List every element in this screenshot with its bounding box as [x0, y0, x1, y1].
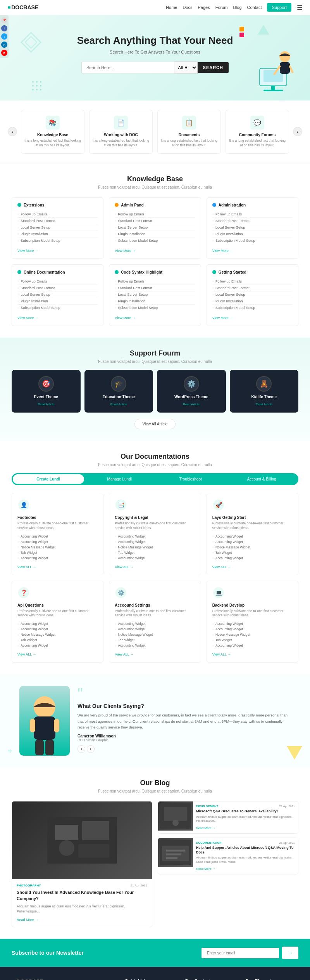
list-item: ○Notice Message Widget [17, 545, 98, 550]
kb-card-code: Code Syntax Highlight ○Follow up Emails … [109, 264, 201, 326]
blog-side-body-1: Development 21 Apr 2021 Microsoft Q&A Gr… [193, 801, 298, 833]
forum-card-wp-link[interactable]: Read Article [183, 402, 200, 406]
nav-contact[interactable]: Contact [247, 5, 262, 10]
list-item: ○Plugin Installation [212, 231, 293, 238]
kb-dot-green2 [17, 270, 21, 274]
docs-footnotes-view[interactable]: View ALL → [17, 565, 36, 569]
nav-support-button[interactable]: Support [267, 3, 291, 12]
feature-card-forum: 💬 Community Forums It is a long establis… [226, 110, 289, 154]
kb-admin2-view-more[interactable]: View More → [212, 249, 233, 253]
kb-section-header: Knowledge Base Fusce non volutpat arcu. … [12, 175, 298, 189]
hero-diamond-deco [19, 31, 43, 55]
account-icon: ⚙️ [115, 586, 195, 600]
kb-getting-view-more[interactable]: View More → [212, 316, 233, 320]
forum-card-kidlife-link[interactable]: Read Article [256, 402, 272, 406]
nav-hamburger-icon[interactable]: ☰ [297, 4, 302, 11]
nav-home[interactable]: Home [166, 5, 177, 10]
list-item: ○Notice Message Widget [17, 632, 98, 637]
hero-search-filter[interactable]: All ▼ [174, 61, 198, 74]
nav-pages[interactable]: Pages [198, 5, 210, 10]
blog-main-body: Photography 21 Apr 2021 Should You Inves… [12, 879, 152, 927]
docs-account-view[interactable]: View ALL → [115, 652, 134, 656]
blog-main-post: Photography 21 Apr 2021 Should You Inves… [12, 801, 152, 927]
nav-forum[interactable]: Forum [215, 5, 228, 10]
forum-card-event-link[interactable]: Read Article [38, 402, 54, 406]
newsletter-email-input[interactable] [202, 948, 279, 958]
forum-card-kidlife[interactable]: 🧸 Kidlife Theme Read Article [230, 370, 299, 413]
sidebar-yt-icon[interactable]: ▶ [1, 50, 7, 56]
blog-side-read-2[interactable]: Read More → [196, 867, 215, 871]
blog-section: Our Blog Fusce non volutpat arcu. Quisqu… [0, 767, 310, 939]
testimonial-dot-prev[interactable]: ‹ [78, 745, 85, 753]
forum-card-wordpress[interactable]: ⚙️ WordPress Theme Read Article [157, 370, 226, 413]
blog-side-title-1: Microsoft Q&A Graduates To General Avail… [196, 809, 295, 814]
newsletter-submit-button[interactable]: → [282, 947, 298, 959]
tab-manage-lundi[interactable]: Manage Lundi [84, 474, 155, 484]
newsletter-section: Subscribe to our Newsletter → [0, 939, 310, 967]
nav-logo[interactable]: ■ DOCBASE [8, 4, 38, 10]
kb-admin2-list: ○Follow up Emails ○Standard Post Format … [212, 211, 293, 244]
kidlife-theme-icon: 🧸 [256, 376, 272, 392]
docs-backend-view[interactable]: View ALL → [212, 652, 231, 656]
nav-blog[interactable]: Blog [233, 5, 242, 10]
blog-main-excerpt: Aliquam finibus augue ac diam euismod,ne… [17, 904, 147, 914]
docs-copyright-view[interactable]: View ALL → [115, 565, 134, 569]
svg-rect-47 [166, 857, 177, 859]
docs-section-subtitle: Fusce non volutpat arcu. Quisque ut est … [12, 463, 298, 467]
list-item: ○Accounting Widget [17, 621, 98, 626]
testimonial-quote: We are very proud of the service we prov… [78, 712, 291, 730]
kb-section-subtitle: Fusce non volutpat arcu. Quisque ut est … [12, 185, 298, 189]
backend-icon: 💻 [212, 586, 293, 600]
hero-search-input[interactable] [81, 62, 174, 73]
kb-online-list: ○Follow up Emails ○Standard Post Format … [17, 278, 98, 311]
sidebar-li-icon[interactable]: in [1, 42, 7, 48]
blog-side-read-1[interactable]: Read More → [196, 826, 215, 830]
view-all-button[interactable]: View All Article [134, 419, 176, 429]
sidebar-fb-icon[interactable]: f [1, 25, 7, 31]
svg-text:🚀: 🚀 [215, 502, 222, 508]
blog-main-read-more[interactable]: Read More → [17, 918, 38, 922]
sidebar-pin-icon[interactable]: 📌 [1, 17, 7, 23]
list-item: ○Follow up Emails [212, 278, 293, 285]
features-cards-container: 📚 Knowledge Base It is a long establishe… [21, 110, 289, 154]
tab-account-billing[interactable]: Account & Billing [226, 474, 298, 484]
docs-icon: 📋 [182, 116, 196, 130]
svg-rect-36 [55, 825, 78, 840]
svg-point-9 [36, 81, 38, 83]
kb-admin-view-more[interactable]: View More → [115, 249, 136, 253]
features-next-button[interactable]: › [293, 127, 302, 136]
features-section: ‹ 📚 Knowledge Base It is a long establis… [0, 101, 310, 163]
tab-troubleshoot[interactable]: Troubleshoot [155, 474, 226, 484]
forum-card-education-link[interactable]: Read Article [110, 402, 127, 406]
list-item: ○Accounting Widget [17, 539, 98, 545]
testimonial-dot-next[interactable]: › [87, 745, 95, 753]
copyright-icon: 📑 [115, 499, 195, 512]
blog-side-image-2 [158, 838, 193, 867]
documentation-section: Our Documentations Fusce non volutpat ar… [0, 441, 310, 675]
tab-create-lundi[interactable]: Create Lundi [13, 474, 84, 484]
deco-triangle-icon [287, 746, 302, 760]
forum-card-education-title: Education Theme [91, 395, 147, 399]
list-item: ○Local Server Setup [212, 224, 293, 231]
forum-card-event[interactable]: 🎯 Event Theme Read Article [12, 370, 81, 413]
list-item: ○Tab Widget [17, 637, 98, 643]
forum-card-education[interactable]: 🎓 Education Theme Read Article [84, 370, 153, 413]
layo-icon: 🚀 [212, 499, 293, 512]
docs-layo-view[interactable]: View ALL → [212, 565, 231, 569]
kb-online-view-more[interactable]: View More → [17, 316, 38, 320]
list-item: ○Accounting Widget [115, 539, 195, 545]
sidebar-tw-icon[interactable]: t [1, 33, 7, 40]
nav-docs[interactable]: Docs [183, 5, 192, 10]
svg-rect-32 [54, 719, 59, 732]
list-item: ○Subscription Model Setup [212, 305, 293, 311]
testimonial-content: " What Our Clients Saying? We are very p… [78, 686, 291, 753]
hero-search-button[interactable]: SEARCH [198, 62, 229, 73]
docs-api-view[interactable]: View ALL → [17, 652, 36, 656]
blog-side-date-1: 21 Apr 2021 [279, 805, 295, 808]
kb-code-view-more[interactable]: View More → [115, 316, 136, 320]
list-item: ○Accounting Widget [212, 534, 293, 539]
features-prev-button[interactable]: ‹ [8, 127, 17, 136]
kb-extensions-view-more[interactable]: View More → [17, 249, 38, 253]
list-item: ○Tab Widget [115, 637, 195, 643]
kb-getting-list: ○Follow up Emails ○Standard Post Format … [212, 278, 293, 311]
